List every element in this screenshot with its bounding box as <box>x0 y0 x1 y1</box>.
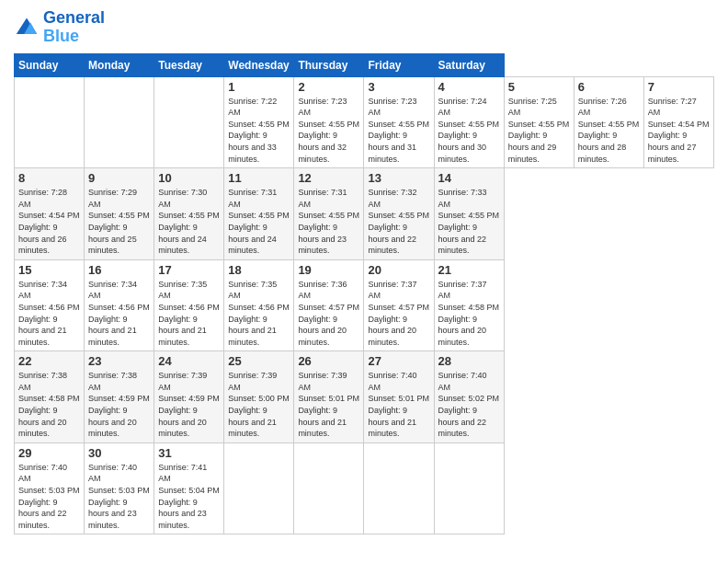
sunrise-label: Sunrise: 7:29 AM <box>88 188 137 209</box>
day-info: Sunrise: 7:31 AM Sunset: 4:55 PM Dayligh… <box>228 187 290 257</box>
calendar-cell: 16 Sunrise: 7:34 AM Sunset: 4:56 PM Dayl… <box>85 259 154 351</box>
calendar-cell <box>224 442 294 534</box>
calendar-cell <box>364 442 434 534</box>
daylight-label: Daylight: 9 hours and 23 minutes. <box>88 498 137 530</box>
day-info: Sunrise: 7:36 AM Sunset: 4:57 PM Dayligh… <box>298 279 359 349</box>
sunrise-label: Sunrise: 7:23 AM <box>298 97 347 118</box>
calendar-cell: 6 Sunrise: 7:26 AM Sunset: 4:55 PM Dayli… <box>574 76 643 168</box>
logo: General Blue <box>14 9 105 46</box>
sunset-label: Sunset: 4:57 PM <box>368 303 429 312</box>
daylight-label: Daylight: 9 hours and 30 minutes. <box>438 131 487 163</box>
calendar-cell <box>15 76 85 168</box>
daylight-label: Daylight: 9 hours and 31 minutes. <box>368 131 416 163</box>
daylight-label: Daylight: 9 hours and 20 minutes. <box>18 406 67 438</box>
day-info: Sunrise: 7:37 AM Sunset: 4:57 PM Dayligh… <box>368 279 429 349</box>
daylight-label: Daylight: 9 hours and 22 minutes. <box>368 223 416 255</box>
sunrise-label: Sunrise: 7:22 AM <box>228 97 277 118</box>
day-number: 31 <box>158 446 220 460</box>
daylight-label: Daylight: 9 hours and 20 minutes. <box>88 406 137 438</box>
calendar-cell: 21 Sunrise: 7:37 AM Sunset: 4:58 PM Dayl… <box>434 259 504 351</box>
sunset-label: Sunset: 4:58 PM <box>18 394 80 403</box>
sunset-label: Sunset: 5:02 PM <box>438 394 500 403</box>
calendar-cell: 5 Sunrise: 7:25 AM Sunset: 4:55 PM Dayli… <box>504 76 574 168</box>
day-info: Sunrise: 7:34 AM Sunset: 4:56 PM Dayligh… <box>88 279 150 349</box>
sunset-label: Sunset: 4:57 PM <box>298 303 359 312</box>
page-container: General Blue SundayMondayTuesdayWednesda… <box>0 0 728 544</box>
calendar-cell: 12 Sunrise: 7:31 AM Sunset: 4:55 PM Dayl… <box>294 168 364 260</box>
day-number: 13 <box>368 171 429 185</box>
day-info: Sunrise: 7:40 AM Sunset: 5:03 PM Dayligh… <box>88 462 150 532</box>
calendar-cell: 28 Sunrise: 7:40 AM Sunset: 5:02 PM Dayl… <box>434 351 504 443</box>
calendar-week-row: 29 Sunrise: 7:40 AM Sunset: 5:03 PM Dayl… <box>15 442 714 534</box>
day-info: Sunrise: 7:37 AM Sunset: 4:58 PM Dayligh… <box>438 279 500 349</box>
daylight-label: Daylight: 9 hours and 20 minutes. <box>298 315 347 347</box>
day-info: Sunrise: 7:23 AM Sunset: 4:55 PM Dayligh… <box>368 96 429 166</box>
daylight-label: Daylight: 9 hours and 26 minutes. <box>18 223 67 255</box>
daylight-label: Daylight: 9 hours and 24 minutes. <box>228 223 277 255</box>
sunset-label: Sunset: 4:54 PM <box>18 211 80 220</box>
day-info: Sunrise: 7:38 AM Sunset: 4:59 PM Dayligh… <box>88 370 150 440</box>
day-number: 30 <box>88 446 150 460</box>
sunrise-label: Sunrise: 7:35 AM <box>158 280 207 301</box>
daylight-label: Daylight: 9 hours and 21 minutes. <box>298 406 347 438</box>
sunrise-label: Sunrise: 7:40 AM <box>438 371 487 392</box>
calendar-cell: 15 Sunrise: 7:34 AM Sunset: 4:56 PM Dayl… <box>15 259 85 351</box>
sunrise-label: Sunrise: 7:38 AM <box>88 371 137 392</box>
day-number: 17 <box>158 263 220 277</box>
daylight-label: Daylight: 9 hours and 22 minutes. <box>18 498 67 530</box>
sunrise-label: Sunrise: 7:39 AM <box>158 371 207 392</box>
sunrise-label: Sunrise: 7:28 AM <box>18 188 67 209</box>
sunrise-label: Sunrise: 7:40 AM <box>368 371 416 392</box>
day-number: 6 <box>578 80 640 94</box>
sunset-label: Sunset: 4:55 PM <box>228 120 290 129</box>
day-header-tuesday: Tuesday <box>154 53 224 76</box>
daylight-label: Daylight: 9 hours and 21 minutes. <box>18 315 67 347</box>
day-number: 5 <box>508 80 570 94</box>
day-info: Sunrise: 7:26 AM Sunset: 4:55 PM Dayligh… <box>578 96 640 166</box>
daylight-label: Daylight: 9 hours and 22 minutes. <box>438 223 487 255</box>
calendar-cell: 29 Sunrise: 7:40 AM Sunset: 5:03 PM Dayl… <box>15 442 85 534</box>
sunrise-label: Sunrise: 7:37 AM <box>368 280 416 301</box>
day-info: Sunrise: 7:40 AM Sunset: 5:02 PM Dayligh… <box>438 370 500 440</box>
calendar-cell: 9 Sunrise: 7:29 AM Sunset: 4:55 PM Dayli… <box>85 168 154 260</box>
calendar-week-row: 1 Sunrise: 7:22 AM Sunset: 4:55 PM Dayli… <box>15 76 714 168</box>
day-info: Sunrise: 7:34 AM Sunset: 4:56 PM Dayligh… <box>18 279 80 349</box>
day-info: Sunrise: 7:25 AM Sunset: 4:55 PM Dayligh… <box>508 96 570 166</box>
daylight-label: Daylight: 9 hours and 33 minutes. <box>228 131 277 163</box>
day-number: 14 <box>438 171 500 185</box>
day-info: Sunrise: 7:32 AM Sunset: 4:55 PM Dayligh… <box>368 187 429 257</box>
calendar-cell: 24 Sunrise: 7:39 AM Sunset: 4:59 PM Dayl… <box>154 351 224 443</box>
calendar-week-row: 8 Sunrise: 7:28 AM Sunset: 4:54 PM Dayli… <box>15 168 714 260</box>
calendar-cell: 10 Sunrise: 7:30 AM Sunset: 4:55 PM Dayl… <box>154 168 224 260</box>
day-info: Sunrise: 7:23 AM Sunset: 4:55 PM Dayligh… <box>298 96 359 166</box>
day-info: Sunrise: 7:35 AM Sunset: 4:56 PM Dayligh… <box>158 279 220 349</box>
day-info: Sunrise: 7:35 AM Sunset: 4:56 PM Dayligh… <box>228 279 290 349</box>
sunset-label: Sunset: 4:56 PM <box>18 303 80 312</box>
day-number: 23 <box>88 354 150 368</box>
sunrise-label: Sunrise: 7:39 AM <box>298 371 347 392</box>
day-info: Sunrise: 7:30 AM Sunset: 4:55 PM Dayligh… <box>158 187 220 257</box>
sunset-label: Sunset: 4:55 PM <box>88 211 150 220</box>
sunrise-label: Sunrise: 7:35 AM <box>228 280 277 301</box>
calendar-cell: 3 Sunrise: 7:23 AM Sunset: 4:55 PM Dayli… <box>364 76 434 168</box>
calendar-week-row: 22 Sunrise: 7:38 AM Sunset: 4:58 PM Dayl… <box>15 351 714 443</box>
day-number: 4 <box>438 80 500 94</box>
calendar-cell <box>85 76 154 168</box>
calendar-cell: 27 Sunrise: 7:40 AM Sunset: 5:01 PM Dayl… <box>364 351 434 443</box>
calendar-cell: 8 Sunrise: 7:28 AM Sunset: 4:54 PM Dayli… <box>15 168 85 260</box>
day-number: 28 <box>438 354 500 368</box>
daylight-label: Daylight: 9 hours and 21 minutes. <box>368 406 416 438</box>
sunrise-label: Sunrise: 7:33 AM <box>438 188 487 209</box>
sunrise-label: Sunrise: 7:34 AM <box>18 280 67 301</box>
daylight-label: Daylight: 9 hours and 20 minutes. <box>438 315 487 347</box>
logo-text: General Blue <box>43 9 105 46</box>
calendar-cell: 1 Sunrise: 7:22 AM Sunset: 4:55 PM Dayli… <box>224 76 294 168</box>
daylight-label: Daylight: 9 hours and 32 minutes. <box>298 131 347 163</box>
daylight-label: Daylight: 9 hours and 24 minutes. <box>158 223 207 255</box>
sunset-label: Sunset: 4:55 PM <box>298 120 359 129</box>
day-number: 10 <box>158 171 220 185</box>
daylight-label: Daylight: 9 hours and 21 minutes. <box>158 315 207 347</box>
sunrise-label: Sunrise: 7:41 AM <box>158 463 207 484</box>
sunset-label: Sunset: 4:55 PM <box>228 211 290 220</box>
calendar-cell: 26 Sunrise: 7:39 AM Sunset: 5:01 PM Dayl… <box>294 351 364 443</box>
